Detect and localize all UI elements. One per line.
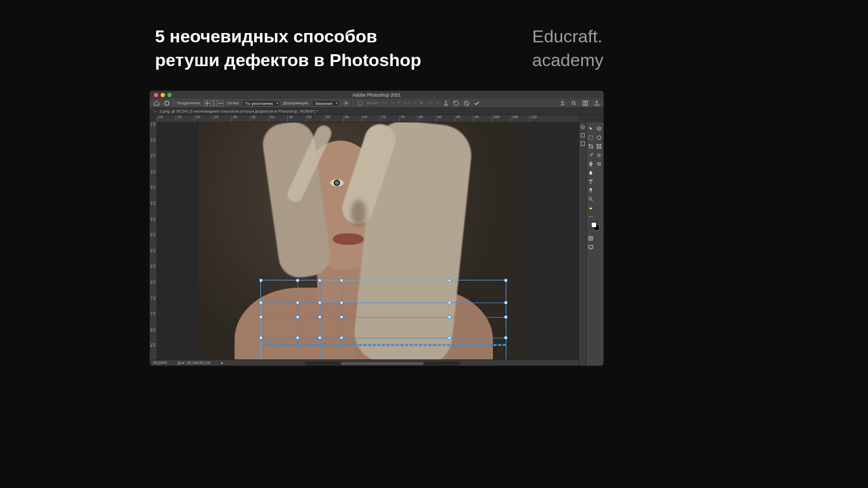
layers-panel-icon[interactable] <box>580 124 585 130</box>
v-value: 0,0 <box>427 101 432 105</box>
brand: Educraft. academy <box>532 25 603 72</box>
portrait-image <box>198 122 524 359</box>
edit-toolbar-icon[interactable] <box>587 203 595 212</box>
h-value: 0,0 <box>404 101 410 105</box>
quickmask-icon[interactable] <box>587 234 595 242</box>
cancel-icon[interactable] <box>463 100 470 107</box>
svg-point-14 <box>598 154 600 156</box>
svg-rect-22 <box>589 236 593 240</box>
brightness-icon[interactable] <box>595 151 603 159</box>
search-icon[interactable] <box>570 100 578 107</box>
svg-rect-8 <box>586 101 588 105</box>
main-area: 1015202530354045505560657075808590951001… <box>150 115 603 366</box>
options-bar: Разделение: Сетка: По умолчанию Деформац… <box>150 99 603 108</box>
svg-rect-24 <box>588 245 593 248</box>
zoom-tool[interactable] <box>587 195 595 203</box>
svg-rect-9 <box>581 134 584 137</box>
commit-icon[interactable] <box>473 100 481 107</box>
color-panel-icon[interactable] <box>595 133 603 141</box>
svg-point-16 <box>598 162 599 163</box>
frame-tool[interactable] <box>595 142 603 150</box>
crop-tool[interactable] <box>587 142 595 150</box>
percent: % <box>413 101 416 105</box>
separator <box>174 100 174 106</box>
deform-dropdown[interactable]: Заказная <box>312 100 339 106</box>
bend-label: Изгиб: <box>367 101 379 105</box>
window-titlebar: Adobe Photoshop 2021 <box>150 91 603 99</box>
transform-icon[interactable] <box>163 100 171 107</box>
document-tab[interactable]: × 2.png @ 56,5% (5 неочевидных способов … <box>150 108 603 115</box>
separator <box>353 100 353 106</box>
svg-point-21 <box>592 216 593 216</box>
window-title: Adobe Photoshop 2021 <box>150 92 603 98</box>
svg-point-5 <box>562 101 564 103</box>
blur-tool[interactable] <box>587 168 595 177</box>
brand-line2: academy <box>532 49 603 72</box>
title-line2: ретуши дефектов в Photoshop <box>155 49 421 72</box>
svg-point-17 <box>599 164 600 165</box>
panel-dock <box>579 122 586 366</box>
vertical-ruler[interactable]: 1 52 02 53 03 54 04 55 05 56 06 57 07 58… <box>150 122 157 359</box>
share-icon[interactable] <box>593 100 600 107</box>
doc-size[interactable]: Док: 26,2M/35,1M <box>177 360 211 365</box>
svg-rect-11 <box>589 135 593 139</box>
dots-icon[interactable] <box>587 212 595 221</box>
layers-icon[interactable] <box>595 124 603 133</box>
svg-point-6 <box>572 101 575 104</box>
svg-point-3 <box>445 101 446 102</box>
cloud-docs-icon[interactable] <box>559 100 566 107</box>
workspace-icon[interactable] <box>582 100 589 107</box>
canvas-area[interactable] <box>157 122 579 359</box>
svg-point-19 <box>589 216 590 216</box>
split-horiz-button[interactable] <box>218 100 224 106</box>
title-line1: 5 неочевидных способов <box>155 25 421 49</box>
split-cross-button[interactable] <box>204 100 210 106</box>
svg-point-12 <box>597 135 601 139</box>
horizontal-ruler[interactable]: 1015202530354045505560657075808590951001… <box>157 115 579 122</box>
close-tab-icon[interactable]: × <box>154 109 157 114</box>
screenmode-icon[interactable] <box>587 243 595 251</box>
percent: % <box>391 101 394 105</box>
properties-panel-icon[interactable] <box>580 141 585 146</box>
percent: % <box>436 101 439 105</box>
split-buttons <box>204 100 224 106</box>
bend-value: 0,0 <box>382 101 388 105</box>
healing-brush-tool[interactable] <box>587 160 595 168</box>
zoom-level[interactable]: 99,69% <box>153 360 167 365</box>
deform-label: Деформация: <box>283 101 309 105</box>
h-label: Г: <box>398 101 401 105</box>
hand-tool[interactable] <box>587 186 595 194</box>
svg-point-1 <box>345 102 347 104</box>
svg-point-23 <box>590 237 592 239</box>
color-swatch[interactable] <box>591 222 599 230</box>
orientation-icon <box>357 100 364 107</box>
reset-icon[interactable] <box>453 100 460 107</box>
anchor-icon[interactable] <box>442 100 450 107</box>
marquee-tool[interactable] <box>587 133 595 141</box>
document-tab-label: 2.png @ 56,5% (5 неочевидных способов ре… <box>160 109 318 114</box>
photoshop-window: Adobe Photoshop 2021 Разделение: Сетка: … <box>149 90 604 366</box>
document-canvas[interactable] <box>198 122 524 359</box>
home-icon[interactable] <box>153 100 160 107</box>
split-label: Разделение: <box>177 101 201 105</box>
svg-rect-2 <box>358 101 362 105</box>
page-title: 5 неочевидных способов ретуши дефектов в… <box>155 25 421 72</box>
gear-icon[interactable] <box>343 100 350 107</box>
type-tool[interactable] <box>587 177 595 185</box>
svg-rect-10 <box>581 141 585 146</box>
status-bar: 99,69% Док: 26,2M/35,1M ▸ <box>150 359 579 366</box>
split-vert-button[interactable] <box>211 100 217 106</box>
chevron-right-icon[interactable]: ▸ <box>221 360 223 365</box>
svg-rect-7 <box>583 101 585 105</box>
grid-dropdown[interactable]: По умолчанию <box>242 100 280 106</box>
move-tool[interactable] <box>587 124 595 133</box>
svg-rect-0 <box>165 101 169 105</box>
v-label: В: <box>420 101 424 105</box>
svg-point-20 <box>591 216 591 216</box>
horizontal-scrollbar[interactable] <box>305 361 460 366</box>
adjustments-icon[interactable] <box>595 160 603 168</box>
eyedropper-tool[interactable] <box>587 151 595 159</box>
history-panel-icon[interactable] <box>580 133 585 138</box>
brand-line1: Educraft. <box>532 25 603 49</box>
tool-panel <box>586 122 603 366</box>
